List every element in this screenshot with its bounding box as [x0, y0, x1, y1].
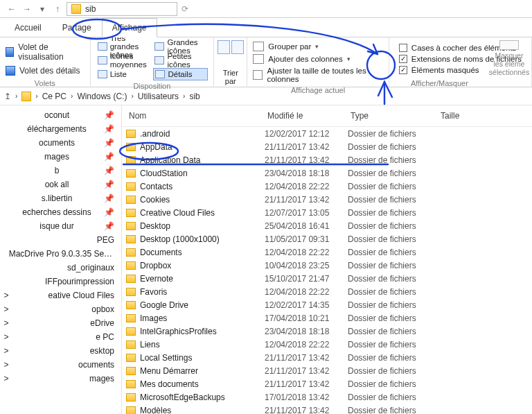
nav-item[interactable]: >opbox — [0, 302, 121, 316]
forward-button[interactable]: → — [21, 3, 33, 15]
file-row[interactable]: Documents12/04/2018 22:22Dossier de fich… — [126, 245, 532, 259]
file-name: Local Settings — [140, 353, 192, 363]
layout-icon — [98, 42, 107, 51]
folder-icon — [126, 301, 136, 309]
file-type: Dossier de fichiers — [348, 129, 438, 139]
layout-option[interactable]: Icônes moyennes — [96, 54, 151, 67]
nav-item[interactable]: éléchargements📌 — [0, 122, 121, 136]
tab-partage[interactable]: Partage — [52, 18, 102, 37]
col-type[interactable]: Type — [348, 110, 438, 122]
nav-item[interactable]: ook all📌 — [0, 178, 121, 191]
details-pane-button[interactable]: Volet des détails — [6, 64, 85, 78]
hide-selected-button[interactable]: Masquer les éléme sélectionnés — [490, 40, 529, 76]
file-row[interactable]: Local Settings21/11/2017 13:42Dossier de… — [126, 351, 532, 364]
file-row[interactable]: Modèles21/11/2017 13:42Dossier de fichie… — [126, 404, 532, 414]
file-row[interactable]: MicrosoftEdgeBackups17/01/2018 13:42Doss… — [126, 390, 532, 404]
col-name[interactable]: Nom — [126, 110, 265, 122]
crumb-segment[interactable]: Utilisateurs — [138, 92, 179, 101]
nav-item[interactable]: IFFpourimpression — [0, 275, 121, 288]
nav-item[interactable]: ocuments📌 — [0, 136, 121, 150]
crumb-segment[interactable]: Windows (C:) — [77, 92, 127, 101]
nav-item[interactable]: PEG — [0, 233, 121, 247]
crumb-segment[interactable]: Ce PC — [42, 92, 66, 101]
column-headers[interactable]: Nom Modifié le Type Taille — [122, 105, 532, 127]
crumb-segment[interactable]: sib — [189, 92, 200, 101]
file-row[interactable]: Evernote15/10/2017 21:47Dossier de fichi… — [126, 272, 532, 285]
refresh-button[interactable]: ⟳ — [177, 4, 193, 14]
file-name: Images — [140, 313, 167, 323]
file-type: Dossier de fichiers — [348, 379, 438, 389]
nav-item[interactable]: b📌 — [0, 164, 121, 178]
nav-item[interactable]: MacDrive Pro 9.0.3.35 Setup + K — [0, 247, 121, 261]
file-row[interactable]: Mes documents21/11/2017 13:42Dossier de … — [126, 377, 532, 390]
file-row[interactable]: CloudStation23/04/2018 18:18Dossier de f… — [126, 166, 532, 180]
nav-item[interactable]: oconut📌 — [0, 108, 121, 122]
file-name: Desktop (1000x1000) — [140, 234, 220, 244]
nav-item[interactable]: isque dur📌 — [0, 219, 121, 233]
file-row[interactable]: Contacts12/04/2018 22:22Dossier de fichi… — [126, 180, 532, 193]
file-row[interactable]: Liens12/04/2018 22:22Dossier de fichiers — [126, 338, 532, 351]
file-row[interactable]: Desktop25/04/2018 16:41Dossier de fichie… — [126, 219, 532, 232]
nav-item[interactable]: >e PC — [0, 330, 121, 344]
back-button[interactable]: ← — [6, 3, 18, 15]
nav-item[interactable]: >eDrive — [0, 316, 121, 330]
fit-columns-icon — [253, 70, 263, 80]
tab-affichage[interactable]: Affichage — [102, 18, 157, 37]
add-columns-icon — [253, 54, 264, 64]
tab-accueil[interactable]: Accueil — [4, 18, 52, 37]
layout-icon — [98, 70, 107, 78]
file-name: Google Drive — [140, 300, 188, 310]
group-title-volets: Volets — [6, 78, 85, 87]
nav-item[interactable]: mages📌 — [0, 150, 121, 164]
folder-icon — [126, 406, 136, 415]
file-row[interactable]: Favoris12/04/2018 22:22Dossier de fichie… — [126, 285, 532, 298]
up-button[interactable]: ↑ — [51, 3, 64, 15]
folder-icon — [126, 393, 136, 402]
file-row[interactable]: .android12/02/2017 12:12Dossier de fichi… — [126, 127, 532, 140]
layout-option[interactable]: Petites icônes — [153, 54, 208, 67]
file-row[interactable]: Images17/04/2018 10:21Dossier de fichier… — [126, 311, 532, 325]
file-row[interactable]: Google Drive12/02/2017 14:35Dossier de f… — [126, 298, 532, 311]
file-row[interactable]: IntelGraphicsProfiles23/04/2018 18:18Dos… — [126, 325, 532, 338]
main-split: oconut📌éléchargements📌ocuments📌mages📌b📌o… — [0, 105, 532, 414]
ribbon-group-volets: Volet de visualisation Volet des détails… — [0, 37, 91, 87]
add-columns-button[interactable]: Ajouter des colonnes▾ — [253, 53, 383, 65]
file-row[interactable]: Application Data21/11/2017 13:42Dossier … — [126, 153, 532, 166]
layout-option[interactable]: Détails — [153, 68, 208, 80]
folder-icon — [126, 354, 136, 362]
layout-option[interactable]: Liste — [96, 68, 151, 80]
group-title-affichage-actuel: Affichage actuel — [253, 85, 383, 94]
nav-item[interactable]: >mages — [0, 372, 121, 386]
file-row[interactable]: Cookies21/11/2017 13:42Dossier de fichie… — [126, 193, 532, 206]
preview-pane-button[interactable]: Volet de visualisation — [6, 40, 85, 64]
file-date: 21/11/2017 13:42 — [265, 379, 348, 389]
fit-columns-button[interactable]: Ajuster la taille de toutes les colonnes — [253, 65, 383, 85]
nav-item[interactable]: echerches dessins📌 — [0, 205, 121, 219]
col-modified[interactable]: Modifié le — [265, 110, 348, 122]
layout-option[interactable]: Grandes icônes — [153, 40, 208, 53]
nav-item[interactable]: >esktop — [0, 344, 121, 358]
file-row[interactable]: Creative Cloud Files12/07/2017 13:05Doss… — [126, 206, 532, 219]
group-by-button[interactable]: Grouper par▾ — [253, 40, 383, 53]
file-date: 23/04/2018 18:18 — [265, 169, 348, 178]
file-type: Dossier de fichiers — [348, 406, 438, 415]
file-date: 12/04/2018 22:22 — [265, 248, 348, 257]
sort-by-button[interactable]: Trier par — [220, 69, 241, 85]
folder-icon — [126, 182, 136, 191]
layout-option[interactable]: Très grandes icônes — [96, 40, 151, 53]
col-size[interactable]: Taille — [438, 110, 493, 122]
recent-button[interactable]: ▾ — [36, 3, 48, 15]
file-row[interactable]: AppData21/11/2017 13:42Dossier de fichie… — [126, 140, 532, 153]
nav-item[interactable]: >eative Cloud Files — [0, 288, 121, 302]
nav-item[interactable]: >ocuments — [0, 358, 121, 372]
navigation-pane[interactable]: oconut📌éléchargements📌ocuments📌mages📌b📌o… — [0, 105, 122, 414]
pin-icon: 📌 — [104, 221, 114, 231]
nav-item[interactable]: sd_originaux — [0, 261, 121, 275]
pin-icon: 📌 — [104, 207, 114, 217]
nav-item[interactable]: s.libertin📌 — [0, 191, 121, 205]
file-row[interactable]: Desktop (1000x1000)11/05/2017 09:31Dossi… — [126, 232, 532, 245]
file-row[interactable]: Dropbox10/04/2018 23:25Dossier de fichie… — [126, 259, 532, 272]
address-field[interactable]: sib — [66, 2, 177, 16]
folder-icon — [126, 209, 136, 217]
file-row[interactable]: Menu Démarrer21/11/2017 13:42Dossier de … — [126, 364, 532, 377]
